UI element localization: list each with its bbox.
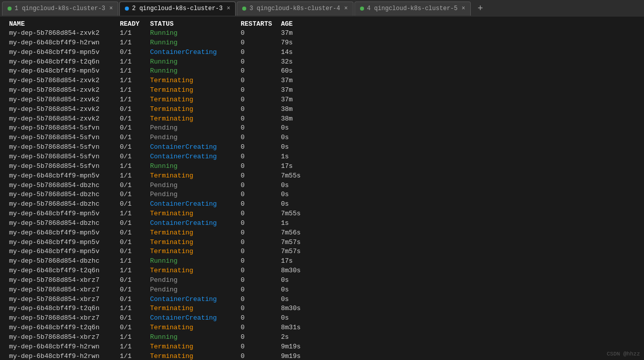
- cell-age: 7m55s: [281, 209, 321, 219]
- cell-age: 0s: [281, 190, 321, 200]
- cell-restarts: 0: [241, 219, 281, 228]
- cell-restarts: 0: [241, 95, 281, 105]
- header-status: STATUS: [150, 20, 241, 28]
- cell-name: my-dep-5b7868d854-dbzhc: [9, 200, 120, 209]
- header-ready: READY: [120, 20, 150, 28]
- cell-ready: 1/1: [120, 209, 150, 219]
- cell-status: Running: [150, 333, 241, 342]
- cell-name: my-dep-5b7868d854-zxvk2: [9, 114, 120, 124]
- cell-name: my-dep-5b7868d854-xbrz7: [9, 314, 120, 323]
- table-row: my-dep-5b7868d854-dbzhc 1/1 Running 0 17…: [9, 257, 638, 266]
- cell-status: Terminating: [150, 105, 241, 114]
- cell-name: my-dep-5b7868d854-dbzhc: [9, 190, 120, 200]
- cell-ready: 0/1: [120, 323, 150, 333]
- cell-status: Running: [150, 29, 241, 38]
- cell-ready: 0/1: [120, 133, 150, 143]
- cell-name: my-dep-6b48cbf4f9-t2q6n: [9, 304, 120, 314]
- cell-ready: 0/1: [120, 200, 150, 209]
- table-row: my-dep-6b48cbf4f9-mpn5v 0/1 ContainerCre…: [9, 48, 638, 57]
- new-tab-button[interactable]: +: [474, 2, 487, 15]
- cell-ready: 1/1: [120, 257, 150, 266]
- cell-status: Terminating: [150, 323, 241, 333]
- cell-restarts: 0: [241, 333, 281, 342]
- table-row: my-dep-6b48cbf4f9-mpn5v 1/1 Terminating …: [9, 209, 638, 219]
- tab-2-close[interactable]: ×: [227, 5, 230, 12]
- table-row: my-dep-5b7868d854-xbrz7 0/1 ContainerCre…: [9, 314, 638, 323]
- tab-1-close[interactable]: ×: [109, 5, 113, 12]
- cell-ready: 1/1: [120, 342, 150, 352]
- tab-3[interactable]: 3 qingcloud-k8s-cluster-4 ×: [237, 2, 353, 16]
- table-row: my-dep-5b7868d854-zxvk2 1/1 Terminating …: [9, 86, 638, 95]
- cell-name: my-dep-5b7868d854-zxvk2: [9, 105, 120, 114]
- cell-ready: 1/1: [120, 171, 150, 181]
- cell-age: 32s: [281, 57, 321, 67]
- tab-3-close[interactable]: ×: [344, 5, 348, 12]
- cell-age: 0s: [281, 276, 321, 285]
- cell-name: my-dep-5b7868d854-5sfvn: [9, 133, 120, 143]
- tab-3-dot: [242, 7, 246, 11]
- cell-ready: 0/1: [120, 314, 150, 323]
- cell-ready: 0/1: [120, 247, 150, 257]
- cell-age: 8m30s: [281, 266, 321, 276]
- cell-status: Terminating: [150, 247, 241, 257]
- cell-ready: 1/1: [120, 76, 150, 86]
- terminal-area[interactable]: NAME READY STATUS RESTARTS AGE my-dep-5b…: [0, 17, 644, 360]
- cell-status: Terminating: [150, 342, 241, 352]
- table-row: my-dep-6b48cbf4f9-t2q6n 0/1 Terminating …: [9, 323, 638, 333]
- tab-2[interactable]: 2 qingcloud-k8s-cluster-3 ×: [119, 2, 236, 16]
- cell-restarts: 0: [241, 314, 281, 323]
- cell-restarts: 0: [241, 171, 281, 181]
- cell-status: Pending: [150, 133, 241, 143]
- cell-restarts: 0: [241, 114, 281, 124]
- cell-status: Terminating: [150, 86, 241, 95]
- cell-restarts: 0: [241, 86, 281, 95]
- cell-age: 1s: [281, 152, 321, 162]
- tab-1[interactable]: 1 qingcloud-k8s-cluster-3 ×: [2, 2, 118, 16]
- cell-ready: 1/1: [120, 352, 150, 360]
- table-row: my-dep-5b7868d854-xbrz7 1/1 Running 0 2s: [9, 333, 638, 342]
- cell-restarts: 0: [241, 181, 281, 191]
- cell-name: my-dep-5b7868d854-zxvk2: [9, 76, 120, 86]
- cell-age: 17s: [281, 257, 321, 266]
- tab-4[interactable]: 4 qingcloud-k8s-cluster-5 ×: [354, 2, 471, 16]
- cell-status: Running: [150, 162, 241, 171]
- cell-restarts: 0: [241, 124, 281, 133]
- cell-restarts: 0: [241, 105, 281, 114]
- cell-ready: 0/1: [120, 190, 150, 200]
- cell-name: my-dep-6b48cbf4f9-h2rwn: [9, 352, 120, 360]
- cell-status: ContainerCreating: [150, 48, 241, 57]
- cell-age: 7m55s: [281, 171, 321, 181]
- tab-3-label: 3 qingcloud-k8s-cluster-4: [249, 5, 340, 12]
- cell-status: Terminating: [150, 304, 241, 314]
- cell-name: my-dep-6b48cbf4f9-t2q6n: [9, 323, 120, 333]
- tab-4-close[interactable]: ×: [462, 5, 465, 12]
- cell-ready: 1/1: [120, 57, 150, 67]
- cell-name: my-dep-5b7868d854-dbzhc: [9, 181, 120, 191]
- table-row: my-dep-5b7868d854-xbrz7 0/1 Pending 0 0s: [9, 276, 638, 285]
- cell-status: ContainerCreating: [150, 314, 241, 323]
- cell-age: 7m57s: [281, 238, 321, 248]
- cell-ready: 0/1: [120, 276, 150, 285]
- cell-restarts: 0: [241, 342, 281, 352]
- cell-name: my-dep-5b7868d854-dbzhc: [9, 219, 120, 228]
- cell-ready: 0/1: [120, 285, 150, 295]
- cell-status: Terminating: [150, 228, 241, 238]
- cell-name: my-dep-5b7868d854-5sfvn: [9, 152, 120, 162]
- cell-restarts: 0: [241, 238, 281, 248]
- cell-ready: 1/1: [120, 67, 150, 76]
- cell-name: my-dep-5b7868d854-dbzhc: [9, 257, 120, 266]
- table-row: my-dep-5b7868d854-zxvk2 0/1 Terminating …: [9, 114, 638, 124]
- header-age: AGE: [281, 20, 321, 28]
- cell-age: 38m: [281, 105, 321, 114]
- cell-restarts: 0: [241, 247, 281, 257]
- cell-status: Terminating: [150, 238, 241, 248]
- cell-age: 0s: [281, 295, 321, 305]
- cell-name: my-dep-6b48cbf4f9-mpn5v: [9, 228, 120, 238]
- tab-4-label: 4 qingcloud-k8s-cluster-5: [367, 5, 458, 12]
- cell-ready: 0/1: [120, 105, 150, 114]
- cell-restarts: 0: [241, 57, 281, 67]
- cell-restarts: 0: [241, 190, 281, 200]
- cell-name: my-dep-5b7868d854-5sfvn: [9, 143, 120, 152]
- cell-name: my-dep-5b7868d854-xbrz7: [9, 333, 120, 342]
- cell-ready: 0/1: [120, 228, 150, 238]
